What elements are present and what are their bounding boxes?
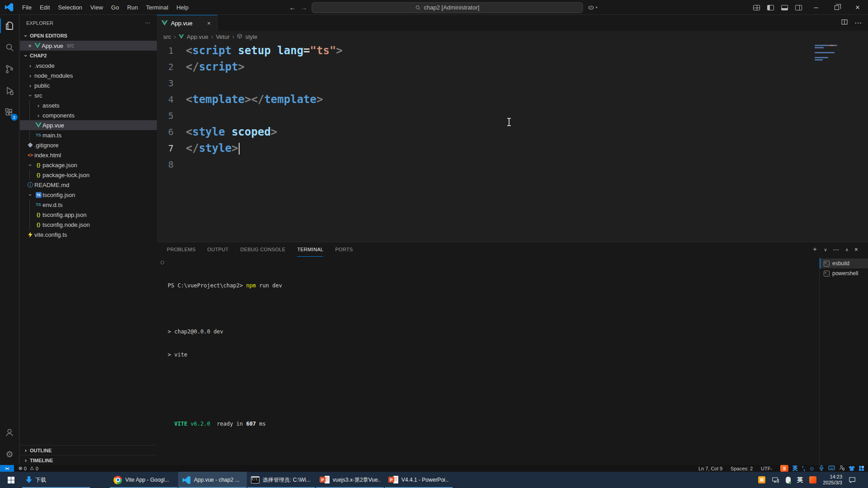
window-minimize-button[interactable]: ─ xyxy=(806,0,826,15)
tab-debug-console[interactable]: DEBUG CONSOLE xyxy=(241,242,286,257)
close-panel-icon[interactable]: × xyxy=(854,246,858,253)
toggle-panel-icon[interactable] xyxy=(781,5,788,10)
maximize-panel-icon[interactable]: ∧ xyxy=(845,247,848,252)
source-control-icon[interactable] xyxy=(0,58,19,80)
window-close-button[interactable]: ✕ xyxy=(847,0,868,15)
menu-run[interactable]: Run xyxy=(123,0,142,15)
tree-item-public[interactable]: ›public xyxy=(20,80,157,90)
taskbar-item-cmd[interactable]: 选择管理员: C:\Wi... xyxy=(247,472,316,488)
settings-gear-icon[interactable]: ⚙ xyxy=(0,443,19,465)
breadcrumb-appvue[interactable]: App.vue xyxy=(187,33,208,40)
indentation-status[interactable]: Spaces: 2 xyxy=(731,466,753,471)
customize-layout-icon[interactable] xyxy=(753,5,760,10)
toggle-sidebar-icon[interactable] xyxy=(767,5,774,10)
taskbar-item-powerpoint-1[interactable]: vuejs3.x-第2章Vue... xyxy=(316,472,384,488)
tray-app-icon[interactable] xyxy=(758,476,765,483)
search-sidebar-icon[interactable] xyxy=(0,37,19,58)
menu-selection[interactable]: Selection xyxy=(54,0,86,15)
tree-item-indexhtml[interactable]: index.html xyxy=(20,150,157,160)
menu-go[interactable]: Go xyxy=(107,0,123,15)
copilot-icon[interactable]: ▾ xyxy=(587,4,597,11)
emoji-icon[interactable]: ☺ xyxy=(809,465,815,472)
account-icon[interactable] xyxy=(0,422,19,443)
open-editor-item-appvue[interactable]: × App.vue src xyxy=(20,41,157,51)
tree-item-assets[interactable]: ›assets xyxy=(20,100,157,110)
toggle-secondary-sidebar-icon[interactable] xyxy=(795,5,802,10)
tab-terminal[interactable]: TERMINAL xyxy=(297,242,323,257)
tray-clock[interactable]: 14:23 2025/3/3 xyxy=(823,474,842,486)
keyboard-icon[interactable] xyxy=(828,465,835,471)
tree-item-readme[interactable]: README.md xyxy=(20,180,157,190)
tray-sogou-icon[interactable] xyxy=(809,476,816,483)
panel-more-actions-icon[interactable]: ⋯ xyxy=(833,246,839,253)
clipboard-person-icon[interactable] xyxy=(839,465,844,472)
menu-terminal[interactable]: Terminal xyxy=(142,0,172,15)
menu-view[interactable]: View xyxy=(86,0,107,15)
microphone-icon[interactable] xyxy=(819,465,824,472)
tab-problems[interactable]: PROBLEMS xyxy=(167,242,196,257)
tree-item-src[interactable]: ›src xyxy=(20,90,157,100)
taskbar-item-powerpoint-2[interactable]: V4.4.1 - PowerPoi... xyxy=(384,472,453,488)
terminal-output[interactable]: PS C:\vueProject\chap2> npm run dev > ch… xyxy=(157,257,819,465)
tray-mouse-icon[interactable] xyxy=(786,477,791,483)
project-root-section[interactable]: › CHAP2 xyxy=(20,51,157,61)
outline-section[interactable]: › OUTLINE xyxy=(20,445,157,455)
notification-center-icon[interactable] xyxy=(849,477,856,483)
minimap[interactable] xyxy=(815,45,840,62)
code-editor[interactable]: 1<script setup lang="ts"> 2</script> 3 4… xyxy=(157,42,868,242)
explorer-more-actions-icon[interactable]: ⋯ xyxy=(145,20,151,26)
new-terminal-icon[interactable]: ＋ xyxy=(811,245,818,253)
tree-item-tsconfigjson[interactable]: ›tsconfig.json xyxy=(20,190,157,200)
tray-network-icon[interactable] xyxy=(772,477,779,483)
breadcrumb-style[interactable]: style xyxy=(245,33,257,40)
session-powershell[interactable]: powershell xyxy=(820,268,868,278)
tree-item-components[interactable]: ›components xyxy=(20,110,157,120)
ime-language-indicator[interactable]: 英 xyxy=(793,465,798,472)
menu-edit[interactable]: Edit xyxy=(36,0,54,15)
terminal-dropdown-icon[interactable]: ∨ xyxy=(824,247,827,252)
session-esbuild[interactable]: esbuild xyxy=(820,258,868,268)
tab-appvue[interactable]: App.vue × xyxy=(157,15,217,31)
tab-output[interactable]: OUTPUT xyxy=(208,242,229,257)
tree-item-packagejson[interactable]: ›package.json xyxy=(20,160,157,170)
command-center[interactable]: chap2 [Administrator] xyxy=(311,2,583,13)
taskbar-item-download[interactable]: 下载 xyxy=(22,472,90,488)
window-restore-button[interactable] xyxy=(826,0,847,15)
timeline-section[interactable]: › TIMELINE xyxy=(20,455,157,465)
history-forward-icon[interactable]: → xyxy=(300,4,307,11)
open-editors-section[interactable]: › OPEN EDITORS xyxy=(20,31,157,41)
ime-punctuation-icon[interactable]: ’, xyxy=(802,465,805,472)
taskbar-item-vscode[interactable]: App.vue - chap2 ... xyxy=(178,472,247,488)
start-button[interactable] xyxy=(0,472,22,488)
remote-indicator[interactable]: >< xyxy=(0,465,14,472)
tree-item-gitignore[interactable]: .gitignore xyxy=(20,140,157,150)
tree-item-vscode[interactable]: ›.vscode xyxy=(20,61,157,70)
tree-item-packagelockjson[interactable]: package-lock.json xyxy=(20,170,157,180)
tree-item-envdts[interactable]: env.d.ts xyxy=(20,200,157,210)
breadcrumb-src[interactable]: src xyxy=(163,33,171,40)
explorer-icon[interactable] xyxy=(0,15,19,37)
close-editor-icon[interactable]: × xyxy=(26,42,33,49)
encoding-status[interactable]: UTF- xyxy=(761,466,772,471)
menu-file[interactable]: File xyxy=(18,0,36,15)
tray-ime-language[interactable]: 英 xyxy=(797,476,803,484)
tree-item-viteconfigts[interactable]: vite.config.ts xyxy=(20,230,157,239)
run-debug-icon[interactable] xyxy=(0,80,19,102)
tab-ports[interactable]: PORTS xyxy=(335,242,353,257)
close-tab-icon[interactable]: × xyxy=(205,20,212,27)
taskbar-item-chrome[interactable]: Vite App - Googl... xyxy=(109,472,178,488)
ime-menu-grid-icon[interactable] xyxy=(859,466,864,471)
cursor-position-status[interactable]: Ln 7, Col 9 xyxy=(698,466,722,471)
skin-icon[interactable] xyxy=(849,466,855,471)
tree-item-tsconfigappjson[interactable]: tsconfig.app.json xyxy=(20,210,157,220)
split-editor-icon[interactable] xyxy=(841,19,848,28)
menu-help[interactable]: Help xyxy=(172,0,193,15)
tree-item-node-modules[interactable]: ›node_modules xyxy=(20,70,157,80)
breadcrumb-vetur[interactable]: Vetur xyxy=(216,33,229,40)
tree-item-appvue[interactable]: App.vue xyxy=(20,120,157,130)
tree-item-maints[interactable]: main.ts xyxy=(20,130,157,140)
history-back-icon[interactable]: ← xyxy=(289,4,296,11)
editor-more-actions-icon[interactable]: ⋯ xyxy=(854,19,862,27)
problems-status[interactable]: ⊗0 ⚠0 xyxy=(19,465,38,471)
tree-item-tsconfignodejson[interactable]: tsconfig.node.json xyxy=(20,220,157,230)
